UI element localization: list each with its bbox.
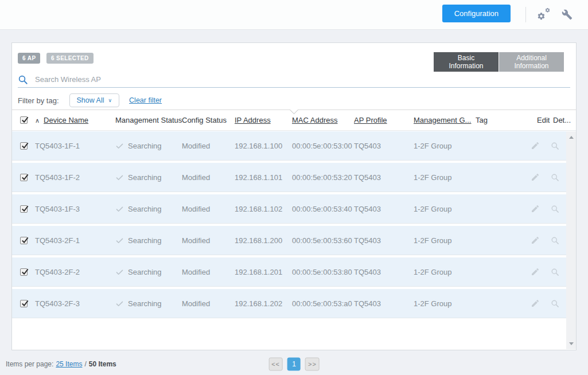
config-status-cell: Modified bbox=[182, 299, 235, 308]
scroll-down-arrow-icon[interactable] bbox=[566, 339, 576, 348]
management-status-cell: Searching bbox=[115, 236, 182, 245]
checkmark-icon bbox=[115, 142, 124, 150]
row-checkbox[interactable] bbox=[20, 268, 28, 276]
edit-pencil-icon[interactable] bbox=[527, 236, 543, 245]
table-row[interactable]: TQ5403-2F-1 Searching Modified 192.168.1… bbox=[12, 226, 566, 255]
row-checkbox[interactable] bbox=[20, 205, 28, 213]
ap-profile-cell: TQ5403 bbox=[354, 268, 414, 276]
mac-address-cell: 00:00:5e:00:53:00 bbox=[292, 142, 354, 150]
device-name-cell: TQ5403-2F-1 bbox=[35, 236, 115, 245]
ip-address-cell: 192.168.1.200 bbox=[235, 236, 292, 245]
management-status-cell: Searching bbox=[115, 205, 182, 213]
management-group-cell: 1-2F Group bbox=[414, 173, 476, 182]
configuration-button[interactable]: Configuration bbox=[442, 5, 511, 22]
mac-address-cell: 00:00:5e:00:53:40 bbox=[292, 205, 354, 213]
tag-filter-dropdown[interactable]: Show All ∨ bbox=[69, 93, 120, 107]
column-ap-profile[interactable]: AP Profile bbox=[354, 116, 414, 124]
column-management-status: Management Status bbox=[115, 116, 182, 124]
row-checkbox[interactable] bbox=[20, 237, 28, 244]
config-status-cell: Modified bbox=[182, 142, 235, 150]
footer: Items per page: 25 Items / 50 Items << 1… bbox=[0, 353, 588, 375]
ap-count-badge: 6 AP bbox=[18, 53, 40, 64]
items-per-page-label: Items per page: bbox=[6, 360, 53, 368]
table-row[interactable]: TQ5403-2F-3 Searching Modified 192.168.1… bbox=[12, 289, 566, 318]
row-checkbox[interactable] bbox=[20, 174, 28, 181]
sort-ascending-icon: ∧ bbox=[35, 117, 40, 124]
scroll-up-arrow-icon[interactable] bbox=[566, 132, 576, 142]
checkmark-icon bbox=[115, 236, 124, 245]
management-group-cell: 1-2F Group bbox=[414, 236, 476, 245]
column-ip-address[interactable]: IP Address bbox=[235, 116, 292, 124]
column-management-group[interactable]: Management G... bbox=[414, 116, 476, 124]
tab-basic-information[interactable]: Basic Information bbox=[434, 52, 499, 72]
ap-profile-cell: TQ5403 bbox=[354, 142, 414, 150]
search-bar bbox=[18, 72, 570, 88]
tools-wrench-icon[interactable] bbox=[559, 7, 574, 22]
ap-profile-cell: TQ5403 bbox=[354, 236, 414, 245]
wireless-ap-panel: 6 AP 6 SELECTED Basic Information Additi… bbox=[11, 42, 577, 350]
checkmark-icon bbox=[115, 299, 124, 308]
ip-address-cell: 192.168.1.100 bbox=[235, 142, 292, 150]
page-size-link[interactable]: 25 Items bbox=[56, 360, 82, 368]
management-group-cell: 1-2F Group bbox=[414, 142, 476, 150]
config-status-cell: Modified bbox=[182, 205, 235, 213]
info-tabs: Basic Information Additional Information bbox=[434, 52, 564, 72]
search-input[interactable] bbox=[35, 75, 570, 84]
edit-pencil-icon[interactable] bbox=[527, 267, 543, 276]
checkmark-icon bbox=[115, 205, 124, 213]
ap-profile-cell: TQ5403 bbox=[354, 299, 414, 308]
column-details: Det... bbox=[553, 116, 576, 124]
table-row[interactable]: TQ5403-2F-2 Searching Modified 192.168.1… bbox=[12, 257, 566, 287]
device-name-cell: TQ5403-1F-3 bbox=[35, 205, 115, 213]
top-bar: Configuration bbox=[0, 0, 588, 30]
settings-gears-icon[interactable] bbox=[536, 7, 551, 22]
details-magnifier-icon[interactable] bbox=[543, 299, 566, 308]
column-mac-address[interactable]: MAC Address bbox=[292, 116, 354, 124]
details-magnifier-icon[interactable] bbox=[543, 205, 566, 213]
config-status-cell: Modified bbox=[182, 173, 235, 182]
column-device-name[interactable]: ∧Device Name bbox=[35, 116, 115, 124]
management-status-cell: Searching bbox=[115, 142, 182, 150]
dropdown-value: Show All bbox=[77, 96, 104, 104]
table-row[interactable]: TQ5403-1F-3 Searching Modified 192.168.1… bbox=[12, 194, 566, 224]
select-all-checkbox[interactable] bbox=[20, 116, 28, 124]
management-group-cell: 1-2F Group bbox=[414, 205, 476, 213]
column-config-status: Config Status bbox=[182, 116, 235, 124]
prev-page-button[interactable]: << bbox=[268, 357, 283, 370]
edit-pencil-icon[interactable] bbox=[527, 299, 543, 308]
ap-profile-cell: TQ5403 bbox=[354, 205, 414, 213]
row-checkbox[interactable] bbox=[20, 142, 28, 150]
config-status-cell: Modified bbox=[182, 236, 235, 245]
pagination: << 1 >> bbox=[268, 357, 320, 370]
management-group-cell: 1-2F Group bbox=[414, 268, 476, 276]
device-name-cell: TQ5403-2F-3 bbox=[35, 299, 115, 308]
edit-pencil-icon[interactable] bbox=[527, 173, 543, 182]
details-magnifier-icon[interactable] bbox=[543, 236, 566, 245]
ap-profile-cell: TQ5403 bbox=[354, 173, 414, 182]
mac-address-cell: 00:00:5e:00:53:60 bbox=[292, 236, 354, 245]
column-tag: Tag bbox=[476, 116, 520, 124]
device-name-cell: TQ5403-1F-2 bbox=[35, 173, 115, 182]
details-magnifier-icon[interactable] bbox=[543, 268, 566, 276]
table-row[interactable]: TQ5403-1F-2 Searching Modified 192.168.1… bbox=[12, 163, 566, 192]
table-body: TQ5403-1F-1 Searching Modified 192.168.1… bbox=[12, 131, 576, 349]
current-page-button[interactable]: 1 bbox=[287, 357, 301, 370]
edit-pencil-icon[interactable] bbox=[527, 204, 543, 213]
mac-address-cell: 00:00:5e:00:53:80 bbox=[292, 268, 354, 276]
count-badges: 6 AP 6 SELECTED bbox=[18, 52, 97, 64]
tab-additional-information[interactable]: Additional Information bbox=[499, 52, 564, 72]
details-magnifier-icon[interactable] bbox=[543, 173, 566, 182]
vertical-scrollbar[interactable] bbox=[566, 131, 576, 349]
device-name-cell: TQ5403-1F-1 bbox=[35, 142, 115, 150]
next-page-button[interactable]: >> bbox=[305, 357, 320, 370]
details-magnifier-icon[interactable] bbox=[543, 142, 566, 150]
items-per-page: Items per page: 25 Items / 50 Items bbox=[6, 360, 116, 368]
total-items-label: 50 Items bbox=[89, 360, 116, 368]
row-checkbox[interactable] bbox=[20, 300, 28, 307]
checkmark-icon bbox=[115, 268, 124, 276]
mac-address-cell: 00:00:5e:00:53:a0 bbox=[292, 299, 354, 308]
clear-filter-link[interactable]: Clear filter bbox=[129, 96, 162, 104]
management-status-cell: Searching bbox=[115, 299, 182, 308]
table-row[interactable]: TQ5403-1F-1 Searching Modified 192.168.1… bbox=[12, 131, 566, 161]
edit-pencil-icon[interactable] bbox=[527, 141, 543, 150]
